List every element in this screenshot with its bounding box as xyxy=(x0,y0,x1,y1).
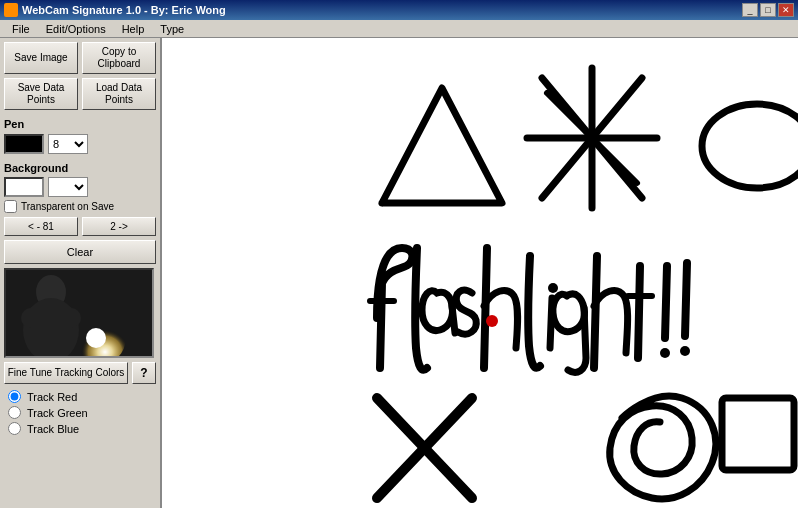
svg-line-18 xyxy=(685,263,687,336)
nav-forward-button[interactable]: 2 -> xyxy=(82,217,156,236)
transparent-row: Transparent on Save xyxy=(4,200,156,213)
minimize-button[interactable]: _ xyxy=(742,3,758,17)
track-green-row: Track Green xyxy=(8,406,152,419)
btn-row-2: Save Data Points Load Data Points xyxy=(4,78,156,110)
pen-row: 8 4 12 16 xyxy=(4,134,156,154)
bg-row xyxy=(4,177,156,197)
menu-edit[interactable]: Edit/Options xyxy=(38,22,114,36)
nav-back-button[interactable]: < - 81 xyxy=(4,217,78,236)
track-red-label: Track Red xyxy=(27,391,77,403)
track-blue-radio[interactable] xyxy=(8,422,21,435)
svg-point-5 xyxy=(86,328,106,348)
fine-tune-button[interactable]: Fine Tune Tracking Colors xyxy=(4,362,128,384)
drawing-canvas[interactable] xyxy=(162,38,798,508)
svg-rect-22 xyxy=(722,398,794,470)
pen-label: Pen xyxy=(4,118,156,130)
svg-line-16 xyxy=(665,266,667,338)
load-data-button[interactable]: Load Data Points xyxy=(82,78,156,110)
bg-section: Background Transparent on Save xyxy=(4,158,156,213)
track-red-radio[interactable] xyxy=(8,390,21,403)
app-icon xyxy=(4,3,18,17)
svg-point-17 xyxy=(660,348,670,358)
app-body: Save Image Copy to Clipboard Save Data P… xyxy=(0,38,798,508)
webcam-feed xyxy=(6,270,152,356)
menu-help[interactable]: Help xyxy=(114,22,153,36)
bg-color-swatch[interactable] xyxy=(4,177,44,197)
transparent-label: Transparent on Save xyxy=(21,201,114,212)
track-blue-label: Track Blue xyxy=(27,423,79,435)
track-green-radio[interactable] xyxy=(8,406,21,419)
save-data-button[interactable]: Save Data Points xyxy=(4,78,78,110)
title-bar: WebCam Signature 1.0 - By: Eric Wong _ □… xyxy=(0,0,798,20)
svg-point-11 xyxy=(702,104,798,188)
svg-point-19 xyxy=(680,346,690,356)
transparent-checkbox[interactable] xyxy=(4,200,17,213)
pen-color-swatch[interactable] xyxy=(4,134,44,154)
pen-size-dropdown[interactable]: 8 4 12 16 xyxy=(48,134,88,154)
copy-clipboard-button[interactable]: Copy to Clipboard xyxy=(82,42,156,74)
track-red-row: Track Red xyxy=(8,390,152,403)
webcam-svg xyxy=(6,270,154,358)
background-label: Background xyxy=(4,162,156,174)
radio-group: Track Red Track Green Track Blue xyxy=(4,388,156,437)
menu-file[interactable]: File xyxy=(4,22,38,36)
clear-button[interactable]: Clear xyxy=(4,240,156,264)
nav-row: < - 81 2 -> xyxy=(4,217,156,236)
track-blue-row: Track Blue xyxy=(8,422,152,435)
bg-dropdown[interactable] xyxy=(48,177,88,197)
menu-bar: File Edit/Options Help Type xyxy=(0,20,798,38)
close-button[interactable]: ✕ xyxy=(778,3,794,17)
title-bar-text: WebCam Signature 1.0 - By: Eric Wong xyxy=(22,4,742,16)
save-image-button[interactable]: Save Image xyxy=(4,42,78,74)
btn-row-1: Save Image Copy to Clipboard xyxy=(4,42,156,74)
help-button[interactable]: ? xyxy=(132,362,156,384)
track-green-label: Track Green xyxy=(27,407,88,419)
menu-type[interactable]: Type xyxy=(152,22,192,36)
canvas-area[interactable] xyxy=(162,38,798,508)
svg-point-14 xyxy=(486,315,498,327)
svg-point-13 xyxy=(548,283,558,293)
maximize-button[interactable]: □ xyxy=(760,3,776,17)
title-bar-controls: _ □ ✕ xyxy=(742,3,794,17)
fine-tune-row: Fine Tune Tracking Colors ? xyxy=(4,362,156,384)
sidebar: Save Image Copy to Clipboard Save Data P… xyxy=(0,38,162,508)
webcam-preview xyxy=(4,268,154,358)
